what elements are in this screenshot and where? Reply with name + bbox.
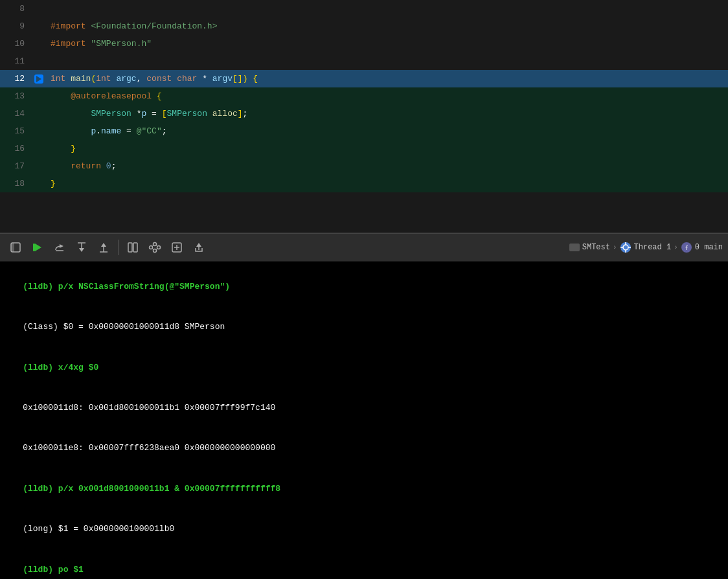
svg-rect-13 bbox=[133, 243, 137, 252]
line-number-15: 15 bbox=[0, 126, 32, 136]
breadcrumb-thread-label: Thread 1 bbox=[634, 243, 672, 252]
code-content-14: SMPerson *p = [SMPerson alloc]; bbox=[45, 109, 247, 119]
separator-1 bbox=[118, 240, 119, 255]
svg-rect-1 bbox=[11, 243, 14, 252]
code-line-13: 13 @autoreleasepool { bbox=[0, 87, 728, 105]
svg-text:f: f bbox=[685, 245, 688, 251]
console-line-3: (lldb) x/4xg $0 bbox=[3, 348, 725, 388]
step-out-button[interactable] bbox=[93, 238, 114, 257]
svg-marker-26 bbox=[196, 243, 201, 247]
simulate-button[interactable] bbox=[166, 238, 187, 257]
svg-point-14 bbox=[150, 246, 153, 249]
svg-rect-12 bbox=[128, 243, 132, 252]
svg-point-16 bbox=[154, 249, 157, 253]
main-icon: f bbox=[681, 242, 692, 253]
console-cmd-3: x/4xg $0 bbox=[58, 363, 98, 372]
svg-marker-4 bbox=[60, 244, 63, 248]
split-view-button[interactable] bbox=[122, 238, 143, 257]
breakpoint-area-12 bbox=[32, 74, 45, 84]
line-number-12: 12 bbox=[0, 74, 32, 84]
console-cmd-8: po $1 bbox=[58, 565, 84, 574]
line-number-11: 11 bbox=[0, 56, 32, 66]
smtest-icon bbox=[569, 244, 580, 251]
breadcrumb: SMTest › Thread 1 › f 0 main bbox=[569, 242, 723, 253]
share-button[interactable] bbox=[188, 238, 209, 257]
code-content-10: #import "SMPerson.h" bbox=[45, 39, 152, 49]
console-output-5: 0x1000011e8: 0x00007fff6238aea0 0x000000… bbox=[23, 443, 275, 453]
svg-line-18 bbox=[153, 245, 154, 247]
code-line-16: 16 } bbox=[0, 140, 728, 157]
code-content-9: #import <Foundation/Foundation.h> bbox=[45, 21, 217, 31]
step-into-button[interactable] bbox=[71, 238, 92, 257]
console-line-2: (Class) $0 = 0x00000001000011d8 SMPerson bbox=[3, 307, 725, 347]
code-content-13: @autoreleasepool { bbox=[45, 91, 162, 101]
console-line-1: (lldb) p/x NSClassFromString(@"SMPerson"… bbox=[3, 267, 725, 307]
breadcrumb-smtest[interactable]: SMTest bbox=[569, 243, 610, 252]
continue-button[interactable] bbox=[27, 238, 48, 257]
code-line-14: 14 SMPerson *p = [SMPerson alloc]; bbox=[0, 105, 728, 122]
code-line-12: 12 int main(int argc, const char * argv[… bbox=[0, 70, 728, 87]
console-line-5: 0x1000011e8: 0x00007fff6238aea0 0x000000… bbox=[3, 429, 725, 469]
breadcrumb-chevron-1: › bbox=[613, 244, 617, 251]
console-cmd-1: p/x NSClassFromString(@"SMPerson") bbox=[58, 282, 230, 291]
code-content-16: } bbox=[45, 144, 76, 153]
code-content-15: p.name = @"CC"; bbox=[45, 126, 167, 136]
console-line-8: (lldb) po $1 bbox=[3, 550, 725, 579]
svg-marker-7 bbox=[79, 248, 84, 252]
breadcrumb-thread[interactable]: Thread 1 bbox=[620, 242, 672, 253]
debug-toolbar: SMTest › Thread 1 › f 0 main bbox=[0, 233, 728, 262]
console-prompt-8: (lldb) bbox=[23, 565, 58, 574]
flows-button[interactable] bbox=[144, 238, 165, 257]
svg-point-17 bbox=[157, 246, 161, 249]
code-line-10: 10 #import "SMPerson.h" bbox=[0, 35, 728, 52]
line-number-10: 10 bbox=[0, 39, 32, 49]
svg-line-21 bbox=[157, 249, 157, 250]
console-cmd-6: p/x 0x001d8001000011b1 & 0x00007ffffffff… bbox=[58, 484, 280, 494]
breadcrumb-smtest-label: SMTest bbox=[582, 243, 610, 252]
console-line-4: 0x1000011d8: 0x001d8001000011b1 0x00007f… bbox=[3, 388, 725, 428]
debug-console[interactable]: (lldb) p/x NSClassFromString(@"SMPerson"… bbox=[0, 262, 728, 579]
code-content-12: int main(int argc, const char * argv[]) … bbox=[45, 74, 258, 84]
console-output-7: (long) $1 = 0x0000000100001lb0 bbox=[23, 524, 174, 534]
svg-marker-10 bbox=[101, 243, 106, 247]
svg-marker-2 bbox=[35, 244, 41, 251]
svg-rect-3 bbox=[33, 244, 35, 251]
line-number-13: 13 bbox=[0, 91, 32, 101]
console-line-7: (long) $1 = 0x0000000100001lb0 bbox=[3, 509, 725, 549]
code-line-15: 15 p.name = @"CC"; bbox=[0, 122, 728, 140]
code-line-18: 18 } bbox=[0, 175, 728, 192]
hide-panel-button[interactable] bbox=[5, 238, 26, 257]
line-number-14: 14 bbox=[0, 109, 32, 119]
line-number-16: 16 bbox=[0, 144, 32, 153]
code-line-9: 9 #import <Foundation/Foundation.h> bbox=[0, 17, 728, 35]
thread-icon bbox=[620, 242, 631, 253]
code-line-8: 8 bbox=[0, 0, 728, 17]
breadcrumb-main-label: 0 main bbox=[695, 243, 723, 252]
console-prompt-1: (lldb) bbox=[23, 282, 58, 291]
breadcrumb-main[interactable]: f 0 main bbox=[681, 242, 723, 253]
console-prompt-6: (lldb) bbox=[23, 484, 58, 494]
console-output-2: (Class) $0 = 0x00000001000011d8 SMPerson bbox=[23, 322, 225, 332]
breadcrumb-chevron-2: › bbox=[674, 244, 678, 251]
code-line-17: 17 return 0; bbox=[0, 157, 728, 175]
code-content-17: return 0; bbox=[45, 161, 116, 171]
line-number-18: 18 bbox=[0, 179, 32, 188]
line-number-9: 9 bbox=[0, 21, 32, 31]
code-content-18: } bbox=[45, 179, 56, 188]
console-output-4: 0x1000011d8: 0x001d8001000011b1 0x00007f… bbox=[23, 403, 275, 413]
console-prompt-3: (lldb) bbox=[23, 363, 58, 372]
line-number-8: 8 bbox=[0, 4, 32, 14]
breakpoint-marker-12[interactable] bbox=[34, 74, 43, 84]
svg-line-20 bbox=[157, 245, 157, 247]
svg-point-15 bbox=[154, 243, 157, 246]
code-line-11: 11 bbox=[0, 52, 728, 70]
code-editor: 8 9 #import <Foundation/Foundation.h> 10… bbox=[0, 0, 728, 233]
svg-line-19 bbox=[153, 249, 154, 250]
step-over-button[interactable] bbox=[49, 238, 70, 257]
console-line-6: (lldb) p/x 0x001d8001000011b1 & 0x00007f… bbox=[3, 469, 725, 509]
line-number-17: 17 bbox=[0, 161, 32, 171]
